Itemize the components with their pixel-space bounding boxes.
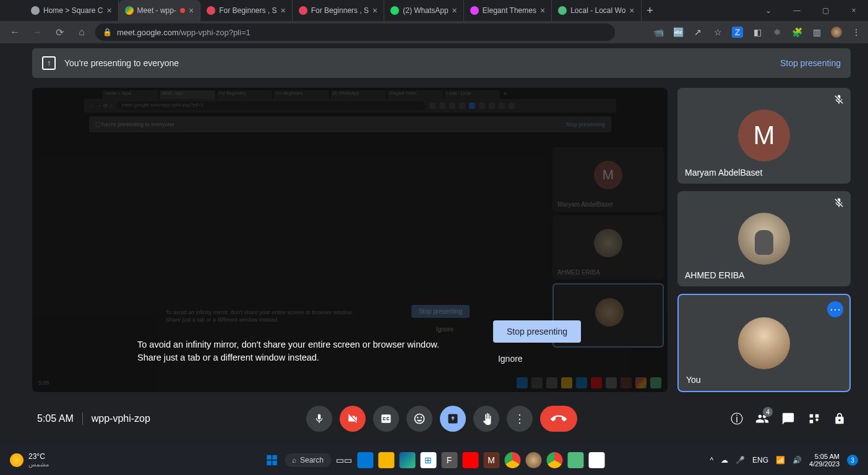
url-host: meet.google.com xyxy=(117,28,179,37)
tab-beginners-2[interactable]: For Beginners , S× xyxy=(293,0,385,21)
hangup-button[interactable] xyxy=(540,406,577,432)
edge-icon[interactable] xyxy=(399,452,415,468)
onedrive-icon[interactable]: ☁ xyxy=(721,456,728,464)
participant-tile-maryam[interactable]: M Maryam AbdelBaset xyxy=(677,88,851,184)
tab-elegant[interactable]: Elegant Themes× xyxy=(464,0,552,21)
mini-mirror-2: Share just a tab or a different window i… xyxy=(166,316,353,324)
share-icon[interactable]: ↗ xyxy=(692,27,703,38)
clock[interactable]: 5:05 AM4/29/2023 xyxy=(809,453,840,468)
tab-beginners-1[interactable]: For Beginners , S× xyxy=(200,0,293,21)
minimize-button[interactable]: — xyxy=(783,0,811,21)
stop-presenting-link[interactable]: Stop presenting xyxy=(780,58,841,68)
close-icon[interactable]: × xyxy=(189,6,194,15)
reload-button[interactable]: ⟳ xyxy=(51,27,68,38)
weather-condition: مشمس xyxy=(28,461,49,468)
store-icon[interactable]: ⊞ xyxy=(420,452,436,468)
people-icon[interactable]: 4 xyxy=(755,412,769,426)
mic-button[interactable] xyxy=(306,406,332,432)
taskbar-app[interactable] xyxy=(588,452,604,468)
taskbar-app[interactable]: M xyxy=(483,452,499,468)
forward-button[interactable]: → xyxy=(28,27,46,38)
avatar-photo xyxy=(738,213,790,265)
mic-tray-icon[interactable]: 🎤 xyxy=(736,456,745,464)
meeting-code: wpp-vphi-zop xyxy=(92,413,150,424)
presenting-text: You're presenting to everyone xyxy=(64,58,179,68)
close-icon[interactable]: × xyxy=(106,6,111,15)
participant-tile-you[interactable]: ⋯ You xyxy=(677,294,851,392)
search-icon: ⌕ xyxy=(292,456,296,464)
host-controls-icon[interactable] xyxy=(833,413,846,425)
chrome-icon[interactable] xyxy=(504,452,520,468)
notification-badge[interactable]: 3 xyxy=(847,455,858,466)
search-label: Search xyxy=(300,456,324,464)
browser-toolbar: ← → ⟳ ⌂ 🔒 meet.google.com/wpp-vphi-zop?p… xyxy=(0,21,868,43)
chat-icon[interactable] xyxy=(781,412,795,426)
star-icon[interactable]: ☆ xyxy=(712,27,723,38)
close-icon[interactable]: × xyxy=(540,6,545,15)
stop-presenting-button[interactable]: Stop presenting xyxy=(493,320,581,343)
more-icon[interactable]: ⋯ xyxy=(827,301,843,317)
tab-meet[interactable]: Meet - wpp-× xyxy=(119,0,201,21)
captions-button[interactable] xyxy=(373,406,399,432)
weather-widget[interactable]: 23°Cمشمس xyxy=(10,453,49,468)
extension-react-icon[interactable]: ⚛ xyxy=(771,27,783,38)
start-button[interactable] xyxy=(264,452,280,468)
search-box[interactable]: ⌕Search xyxy=(285,453,331,467)
youtube-icon[interactable] xyxy=(462,452,478,468)
language-indicator[interactable]: ENG xyxy=(752,456,768,464)
profile-avatar[interactable] xyxy=(831,27,842,38)
close-icon[interactable]: × xyxy=(452,6,457,15)
svg-rect-1 xyxy=(272,455,277,460)
address-bar[interactable]: 🔒 meet.google.com/wpp-vphi-zop?pli=1 xyxy=(95,24,615,41)
participant-tile-ahmed[interactable]: AHMED ERIBA xyxy=(677,191,851,287)
extensions-icon[interactable]: 🧩 xyxy=(791,27,802,38)
mic-muted-icon xyxy=(833,197,844,208)
participant-name: Maryam AbdelBaset xyxy=(685,168,762,178)
close-icon[interactable]: × xyxy=(629,6,634,15)
extension-z-icon[interactable]: Z xyxy=(732,27,743,38)
task-view-icon[interactable]: ▭▭ xyxy=(336,452,352,468)
close-icon[interactable]: × xyxy=(372,6,377,15)
mini-name-1: Maryam AbdelBaset xyxy=(557,201,613,208)
wifi-icon[interactable]: 📶 xyxy=(776,456,785,464)
camera-button[interactable] xyxy=(340,406,366,432)
chevron-up-icon[interactable]: ^ xyxy=(710,456,713,464)
extension-icon[interactable]: ◧ xyxy=(752,27,763,38)
camera-icon[interactable]: 📹 xyxy=(653,27,664,38)
translate-icon[interactable]: 🔤 xyxy=(672,27,684,38)
more-options-button[interactable]: ⋮ xyxy=(507,406,533,432)
tab-home[interactable]: Home > Square C× xyxy=(25,0,119,21)
sidepanel-icon[interactable]: ▥ xyxy=(811,27,822,38)
present-button[interactable] xyxy=(440,406,466,432)
sun-icon xyxy=(10,453,24,467)
chevron-down-icon[interactable]: ⌄ xyxy=(754,0,783,21)
tab-local[interactable]: Local - Local Wo× xyxy=(552,0,641,21)
close-button[interactable]: × xyxy=(840,0,868,21)
tab-whatsapp[interactable]: (2) WhatsApp× xyxy=(384,0,464,21)
mirror-line-1: To avoid an infinity mirror, don't share… xyxy=(137,338,439,352)
presenting-banner: ↑ You're presenting to everyone Stop pre… xyxy=(32,48,851,78)
volume-icon[interactable]: 🔊 xyxy=(793,456,802,464)
reactions-button[interactable] xyxy=(406,406,432,432)
local-icon[interactable] xyxy=(567,452,583,468)
file-explorer-icon[interactable] xyxy=(378,452,394,468)
mirror-line-2: Share just a tab or a different window i… xyxy=(137,351,439,365)
activities-icon[interactable] xyxy=(807,412,821,426)
taskbar-app[interactable] xyxy=(525,452,541,468)
mini-time: 5:05 xyxy=(38,380,49,386)
ignore-button[interactable]: Ignore xyxy=(498,354,581,364)
mini-ignore: Ignore xyxy=(436,326,453,333)
chrome-icon[interactable] xyxy=(546,452,562,468)
taskbar-app[interactable] xyxy=(357,452,373,468)
svg-rect-2 xyxy=(267,461,272,466)
close-icon[interactable]: × xyxy=(281,6,286,15)
info-icon[interactable]: ⓘ xyxy=(731,411,743,427)
maximize-button[interactable]: ▢ xyxy=(811,0,840,21)
url-path: /wpp-vphi-zop?pli=1 xyxy=(179,28,251,37)
menu-icon[interactable]: ⋮ xyxy=(851,27,862,38)
new-tab-button[interactable]: + xyxy=(642,0,659,21)
taskbar-app[interactable]: F xyxy=(441,452,457,468)
home-button[interactable]: ⌂ xyxy=(73,27,90,38)
back-button[interactable]: ← xyxy=(6,27,24,38)
raise-hand-button[interactable] xyxy=(473,406,499,432)
